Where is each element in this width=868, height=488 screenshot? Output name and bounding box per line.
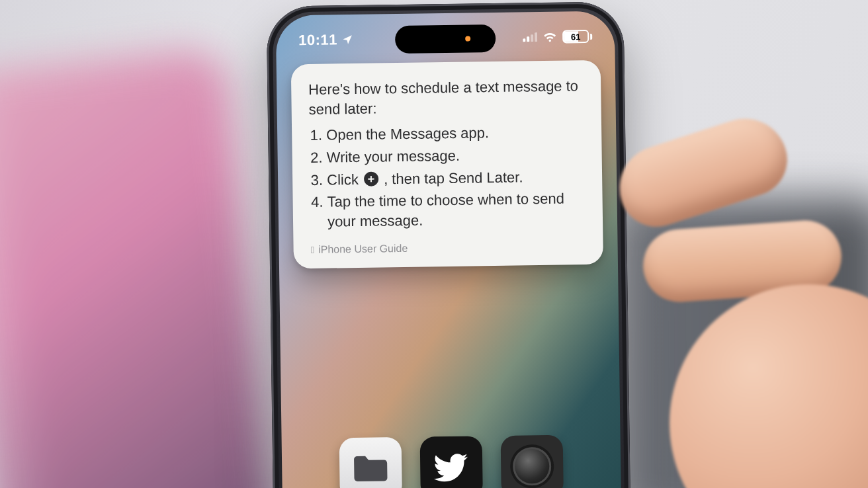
- cellular-signal-icon: [523, 32, 537, 42]
- app-icon-twitter[interactable]: [420, 436, 483, 488]
- wifi-icon: [542, 32, 557, 42]
- answer-source-label: iPhone User Guide: [318, 241, 408, 257]
- apple-logo-icon: : [311, 245, 315, 255]
- svg-rect-2: [531, 34, 533, 42]
- answer-source[interactable]:  iPhone User Guide: [310, 239, 586, 257]
- app-icon-files[interactable]: [339, 437, 402, 488]
- answer-step: Tap the time to choose when to send your…: [327, 189, 586, 232]
- answer-step: Click + , then tap Send Later.: [327, 167, 585, 190]
- plus-circle-icon: +: [364, 171, 378, 186]
- svg-rect-3: [535, 32, 537, 42]
- photo-scene: 10:11: [0, 0, 868, 488]
- background-phone-blur: [0, 46, 277, 488]
- answer-intro-text: Here's how to schedule a text message to…: [308, 76, 584, 119]
- iphone-screen[interactable]: 10:11: [276, 11, 625, 488]
- siri-answer-card[interactable]: Here's how to schedule a text message to…: [291, 60, 603, 269]
- answer-step: Open the Messages app.: [326, 122, 584, 145]
- battery-percent-text: 61: [571, 32, 581, 42]
- background-dark-object: [623, 198, 868, 488]
- location-arrow-icon: [341, 34, 353, 46]
- home-app-row: [282, 434, 621, 488]
- status-bar: 10:11: [276, 21, 615, 55]
- battery-indicator: 61: [562, 30, 592, 44]
- svg-rect-0: [523, 38, 525, 42]
- iphone-device-frame: 10:11: [266, 1, 633, 488]
- app-icon-camera[interactable]: [501, 435, 564, 488]
- answer-step-list: Open the Messages app. Write your messag…: [309, 122, 586, 232]
- svg-rect-1: [527, 36, 529, 42]
- status-time: 10:11: [298, 31, 337, 49]
- answer-step: Write your message.: [326, 144, 584, 167]
- camera-lens-icon: [513, 447, 552, 486]
